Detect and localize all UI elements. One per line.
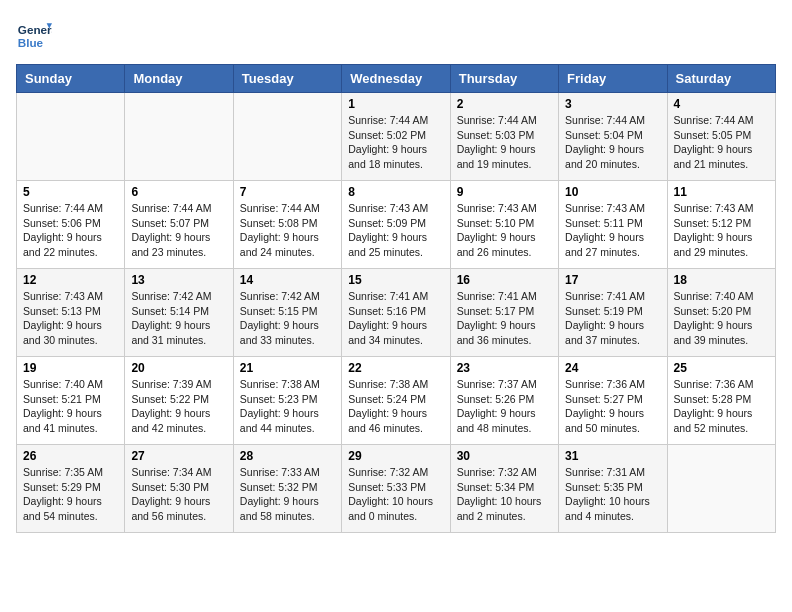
- calendar-cell: 9Sunrise: 7:43 AMSunset: 5:10 PMDaylight…: [450, 181, 558, 269]
- day-info: Sunrise: 7:38 AMSunset: 5:23 PMDaylight:…: [240, 377, 335, 436]
- day-number: 12: [23, 273, 118, 287]
- day-number: 2: [457, 97, 552, 111]
- calendar-cell: 19Sunrise: 7:40 AMSunset: 5:21 PMDayligh…: [17, 357, 125, 445]
- day-info: Sunrise: 7:44 AMSunset: 5:05 PMDaylight:…: [674, 113, 769, 172]
- day-info: Sunrise: 7:43 AMSunset: 5:11 PMDaylight:…: [565, 201, 660, 260]
- calendar-cell: 7Sunrise: 7:44 AMSunset: 5:08 PMDaylight…: [233, 181, 341, 269]
- day-number: 29: [348, 449, 443, 463]
- day-number: 16: [457, 273, 552, 287]
- day-info: Sunrise: 7:33 AMSunset: 5:32 PMDaylight:…: [240, 465, 335, 524]
- day-number: 30: [457, 449, 552, 463]
- calendar-cell: 4Sunrise: 7:44 AMSunset: 5:05 PMDaylight…: [667, 93, 775, 181]
- day-info: Sunrise: 7:41 AMSunset: 5:17 PMDaylight:…: [457, 289, 552, 348]
- day-number: 15: [348, 273, 443, 287]
- calendar-cell: 28Sunrise: 7:33 AMSunset: 5:32 PMDayligh…: [233, 445, 341, 533]
- day-number: 8: [348, 185, 443, 199]
- day-info: Sunrise: 7:43 AMSunset: 5:12 PMDaylight:…: [674, 201, 769, 260]
- day-info: Sunrise: 7:43 AMSunset: 5:10 PMDaylight:…: [457, 201, 552, 260]
- day-number: 9: [457, 185, 552, 199]
- calendar-cell: 12Sunrise: 7:43 AMSunset: 5:13 PMDayligh…: [17, 269, 125, 357]
- day-number: 25: [674, 361, 769, 375]
- weekday-header: Friday: [559, 65, 667, 93]
- day-info: Sunrise: 7:40 AMSunset: 5:20 PMDaylight:…: [674, 289, 769, 348]
- weekday-header: Wednesday: [342, 65, 450, 93]
- calendar-table: SundayMondayTuesdayWednesdayThursdayFrid…: [16, 64, 776, 533]
- calendar-cell: [125, 93, 233, 181]
- calendar-cell: 15Sunrise: 7:41 AMSunset: 5:16 PMDayligh…: [342, 269, 450, 357]
- day-info: Sunrise: 7:44 AMSunset: 5:04 PMDaylight:…: [565, 113, 660, 172]
- calendar-cell: 1Sunrise: 7:44 AMSunset: 5:02 PMDaylight…: [342, 93, 450, 181]
- day-info: Sunrise: 7:43 AMSunset: 5:09 PMDaylight:…: [348, 201, 443, 260]
- day-info: Sunrise: 7:42 AMSunset: 5:14 PMDaylight:…: [131, 289, 226, 348]
- calendar-cell: 8Sunrise: 7:43 AMSunset: 5:09 PMDaylight…: [342, 181, 450, 269]
- day-number: 31: [565, 449, 660, 463]
- day-number: 1: [348, 97, 443, 111]
- calendar-cell: 3Sunrise: 7:44 AMSunset: 5:04 PMDaylight…: [559, 93, 667, 181]
- day-info: Sunrise: 7:32 AMSunset: 5:34 PMDaylight:…: [457, 465, 552, 524]
- day-number: 27: [131, 449, 226, 463]
- day-info: Sunrise: 7:44 AMSunset: 5:06 PMDaylight:…: [23, 201, 118, 260]
- calendar-cell: 18Sunrise: 7:40 AMSunset: 5:20 PMDayligh…: [667, 269, 775, 357]
- calendar-cell: 11Sunrise: 7:43 AMSunset: 5:12 PMDayligh…: [667, 181, 775, 269]
- day-number: 17: [565, 273, 660, 287]
- weekday-header: Tuesday: [233, 65, 341, 93]
- calendar-week-row: 12Sunrise: 7:43 AMSunset: 5:13 PMDayligh…: [17, 269, 776, 357]
- day-info: Sunrise: 7:32 AMSunset: 5:33 PMDaylight:…: [348, 465, 443, 524]
- day-number: 23: [457, 361, 552, 375]
- calendar-cell: 30Sunrise: 7:32 AMSunset: 5:34 PMDayligh…: [450, 445, 558, 533]
- day-info: Sunrise: 7:34 AMSunset: 5:30 PMDaylight:…: [131, 465, 226, 524]
- calendar-cell: 26Sunrise: 7:35 AMSunset: 5:29 PMDayligh…: [17, 445, 125, 533]
- day-info: Sunrise: 7:44 AMSunset: 5:07 PMDaylight:…: [131, 201, 226, 260]
- calendar-header: SundayMondayTuesdayWednesdayThursdayFrid…: [17, 65, 776, 93]
- day-info: Sunrise: 7:37 AMSunset: 5:26 PMDaylight:…: [457, 377, 552, 436]
- calendar-cell: 27Sunrise: 7:34 AMSunset: 5:30 PMDayligh…: [125, 445, 233, 533]
- day-number: 6: [131, 185, 226, 199]
- calendar-cell: 21Sunrise: 7:38 AMSunset: 5:23 PMDayligh…: [233, 357, 341, 445]
- day-number: 18: [674, 273, 769, 287]
- weekday-header: Thursday: [450, 65, 558, 93]
- day-number: 5: [23, 185, 118, 199]
- page-header: General Blue: [16, 16, 776, 52]
- calendar-body: 1Sunrise: 7:44 AMSunset: 5:02 PMDaylight…: [17, 93, 776, 533]
- day-info: Sunrise: 7:40 AMSunset: 5:21 PMDaylight:…: [23, 377, 118, 436]
- day-number: 13: [131, 273, 226, 287]
- calendar-cell: 16Sunrise: 7:41 AMSunset: 5:17 PMDayligh…: [450, 269, 558, 357]
- calendar-cell: 6Sunrise: 7:44 AMSunset: 5:07 PMDaylight…: [125, 181, 233, 269]
- day-info: Sunrise: 7:44 AMSunset: 5:02 PMDaylight:…: [348, 113, 443, 172]
- day-number: 11: [674, 185, 769, 199]
- weekday-header: Sunday: [17, 65, 125, 93]
- weekday-header: Saturday: [667, 65, 775, 93]
- day-info: Sunrise: 7:41 AMSunset: 5:19 PMDaylight:…: [565, 289, 660, 348]
- calendar-week-row: 5Sunrise: 7:44 AMSunset: 5:06 PMDaylight…: [17, 181, 776, 269]
- calendar-cell: [233, 93, 341, 181]
- calendar-cell: 2Sunrise: 7:44 AMSunset: 5:03 PMDaylight…: [450, 93, 558, 181]
- day-number: 14: [240, 273, 335, 287]
- calendar-cell: 29Sunrise: 7:32 AMSunset: 5:33 PMDayligh…: [342, 445, 450, 533]
- day-info: Sunrise: 7:31 AMSunset: 5:35 PMDaylight:…: [565, 465, 660, 524]
- day-info: Sunrise: 7:42 AMSunset: 5:15 PMDaylight:…: [240, 289, 335, 348]
- calendar-cell: 10Sunrise: 7:43 AMSunset: 5:11 PMDayligh…: [559, 181, 667, 269]
- logo-icon: General Blue: [16, 16, 52, 52]
- day-number: 19: [23, 361, 118, 375]
- day-number: 24: [565, 361, 660, 375]
- day-number: 7: [240, 185, 335, 199]
- day-number: 21: [240, 361, 335, 375]
- day-info: Sunrise: 7:43 AMSunset: 5:13 PMDaylight:…: [23, 289, 118, 348]
- calendar-cell: 14Sunrise: 7:42 AMSunset: 5:15 PMDayligh…: [233, 269, 341, 357]
- day-info: Sunrise: 7:44 AMSunset: 5:08 PMDaylight:…: [240, 201, 335, 260]
- day-number: 3: [565, 97, 660, 111]
- day-info: Sunrise: 7:44 AMSunset: 5:03 PMDaylight:…: [457, 113, 552, 172]
- day-number: 20: [131, 361, 226, 375]
- day-number: 10: [565, 185, 660, 199]
- calendar-cell: 5Sunrise: 7:44 AMSunset: 5:06 PMDaylight…: [17, 181, 125, 269]
- calendar-cell: 23Sunrise: 7:37 AMSunset: 5:26 PMDayligh…: [450, 357, 558, 445]
- calendar-cell: [667, 445, 775, 533]
- day-number: 26: [23, 449, 118, 463]
- svg-text:General: General: [18, 23, 52, 36]
- calendar-week-row: 19Sunrise: 7:40 AMSunset: 5:21 PMDayligh…: [17, 357, 776, 445]
- day-info: Sunrise: 7:39 AMSunset: 5:22 PMDaylight:…: [131, 377, 226, 436]
- day-info: Sunrise: 7:35 AMSunset: 5:29 PMDaylight:…: [23, 465, 118, 524]
- calendar-cell: 17Sunrise: 7:41 AMSunset: 5:19 PMDayligh…: [559, 269, 667, 357]
- day-info: Sunrise: 7:41 AMSunset: 5:16 PMDaylight:…: [348, 289, 443, 348]
- day-number: 22: [348, 361, 443, 375]
